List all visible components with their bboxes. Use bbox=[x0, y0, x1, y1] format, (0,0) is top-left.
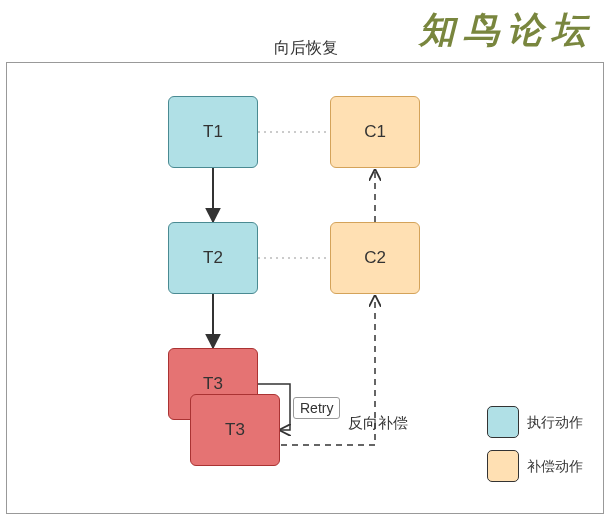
diagram-title: 向后恢复 bbox=[0, 38, 611, 59]
diagram-frame bbox=[6, 62, 604, 514]
node-c2: C2 bbox=[330, 222, 420, 294]
label-reverse-compensate: 反向补偿 bbox=[348, 414, 408, 433]
label-retry: Retry bbox=[293, 397, 340, 419]
legend-text-exec: 执行动作 bbox=[527, 414, 583, 432]
legend-swatch-exec bbox=[487, 406, 519, 438]
node-t3-retry: T3 bbox=[190, 394, 280, 466]
legend-swatch-comp bbox=[487, 450, 519, 482]
node-t1: T1 bbox=[168, 96, 258, 168]
node-c1: C1 bbox=[330, 96, 420, 168]
legend-text-comp: 补偿动作 bbox=[527, 458, 583, 476]
node-t2: T2 bbox=[168, 222, 258, 294]
